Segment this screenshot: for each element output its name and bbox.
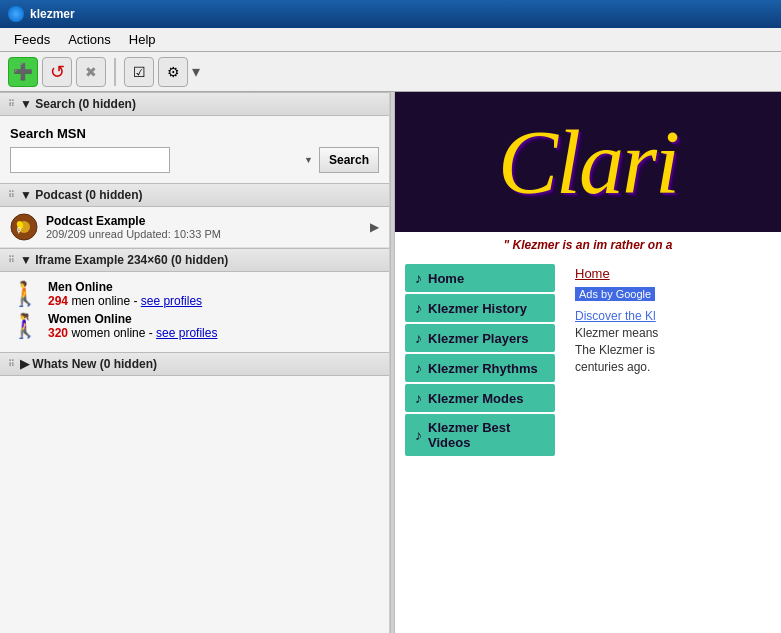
klezmer-quote: " Klezmer is an im rather on a [395,232,781,258]
filter-more-button[interactable]: ▾ [192,62,200,81]
men-profile-info: Men Online 294 men online - see profiles [48,280,202,308]
klezmer-logo: Clari [498,111,678,214]
men-row: 🚶 Men Online 294 men online - see profil… [10,280,379,308]
klezmer-header: Clari [395,92,781,232]
podcast-icon: 🎙 [10,213,38,241]
menu-actions[interactable]: Actions [60,30,119,49]
women-count: 320 [48,326,68,340]
nav-players[interactable]: ♪ Klezmer Players [405,324,555,352]
nav-videos-label: Klezmer Best Videos [428,420,545,450]
podcast-meta: 209/209 unread Updated: 10:33 PM [46,228,370,240]
search-row: Search [10,147,379,173]
iframe-section-label: ▼ Iframe Example 234×60 (0 hidden) [20,253,228,267]
women-profiles-link[interactable]: see profiles [156,326,217,340]
iframe-section-body: 🚶 Men Online 294 men online - see profil… [0,272,389,352]
nav-rhythms[interactable]: ♪ Klezmer Rhythms [405,354,555,382]
remove-icon: ✖ [85,64,97,80]
menu-help[interactable]: Help [121,30,164,49]
search-section-label: ▼ Search (0 hidden) [20,97,136,111]
nav-rhythms-label: Klezmer Rhythms [428,361,538,376]
drag-handle-icon: ⠿ [8,99,16,109]
content-text-3: centuries ago. [575,359,658,376]
nav-home-label: Home [428,271,464,286]
title-bar: klezmer [0,0,781,28]
drag-handle-whatsnew-icon: ⠿ [8,359,16,369]
nav-note-icon-5: ♪ [415,390,422,406]
podcast-info: Podcast Example 209/209 unread Updated: … [46,214,370,240]
refresh-icon: ↺ [50,61,65,83]
podcast-item[interactable]: 🎙 Podcast Example 209/209 unread Updated… [0,207,389,248]
search-msn-label: Search MSN [10,126,379,141]
ads-badge: Ads by Google [575,287,658,305]
women-title: Women Online [48,312,217,326]
men-text: men online - [71,294,140,308]
whatsnew-section-label: ▶ Whats New (0 hidden) [20,357,157,371]
filter-icon: ⚙ [167,64,180,80]
men-count-row: 294 men online - see profiles [48,294,202,308]
drag-handle-iframe-icon: ⠿ [8,255,16,265]
drag-handle-podcast-icon: ⠿ [8,190,16,200]
app-icon [8,6,24,22]
podcast-section-label: ▼ Podcast (0 hidden) [20,188,143,202]
refresh-button[interactable]: ↺ [42,57,72,87]
whatsnew-section-header[interactable]: ⠿ ▶ Whats New (0 hidden) [0,352,389,376]
women-count-row: 320 women online - see profiles [48,326,217,340]
content-text-2: The Klezmer is [575,342,658,359]
woman-figure-icon: 🚶‍♀️ [10,312,40,340]
nav-note-icon-2: ♪ [415,300,422,316]
search-section-body: Search MSN Search [0,116,389,183]
nav-players-label: Klezmer Players [428,331,528,346]
nav-modes[interactable]: ♪ Klezmer Modes [405,384,555,412]
remove-button[interactable]: ✖ [76,57,106,87]
nav-menu: ♪ Home ♪ Klezmer History ♪ Klezmer Playe… [395,258,565,462]
mark-button[interactable]: ☑ [124,57,154,87]
add-icon: ➕ [13,62,33,81]
content-body: ♪ Home ♪ Klezmer History ♪ Klezmer Playe… [395,258,781,462]
discover-link[interactable]: Discover the Kl [575,309,656,323]
toolbar-separator [114,58,116,86]
toolbar: ➕ ↺ ✖ ☑ ⚙ ▾ [0,52,781,92]
menu-bar: Feeds Actions Help [0,28,781,52]
content-text-1: Klezmer means [575,325,658,342]
men-title: Men Online [48,280,202,294]
svg-text:🎙: 🎙 [15,226,23,235]
nav-note-icon-3: ♪ [415,330,422,346]
article-content: Home Ads by Google Discover the Kl Klezm… [565,258,668,462]
nav-home[interactable]: ♪ Home [405,264,555,292]
podcast-title: Podcast Example [46,214,370,228]
search-input-wrapper [10,147,315,173]
quote-text: " Klezmer is an im rather on a [503,238,672,252]
home-breadcrumb-link[interactable]: Home [575,266,658,281]
menu-feeds[interactable]: Feeds [6,30,58,49]
nav-modes-label: Klezmer Modes [428,391,523,406]
women-text: women online - [71,326,156,340]
podcast-expand-icon[interactable]: ▶ [370,220,379,234]
search-section-header[interactable]: ⠿ ▼ Search (0 hidden) [0,92,389,116]
filter-button[interactable]: ⚙ [158,57,188,87]
men-count: 294 [48,294,68,308]
men-profiles-link[interactable]: see profiles [141,294,202,308]
nav-note-icon-4: ♪ [415,360,422,376]
app-title: klezmer [30,7,75,21]
ads-by-google: Ads by Google [575,287,655,301]
nav-history[interactable]: ♪ Klezmer History [405,294,555,322]
iframe-section-header[interactable]: ⠿ ▼ Iframe Example 234×60 (0 hidden) [0,248,389,272]
mark-icon: ☑ [133,64,146,80]
add-button[interactable]: ➕ [8,57,38,87]
search-input[interactable] [10,147,170,173]
nav-videos[interactable]: ♪ Klezmer Best Videos [405,414,555,456]
nav-note-icon-6: ♪ [415,427,422,443]
main-layout: ⠿ ▼ Search (0 hidden) Search MSN Search … [0,92,781,633]
nav-history-label: Klezmer History [428,301,527,316]
man-figure-icon: 🚶 [10,280,40,308]
search-button[interactable]: Search [319,147,379,173]
women-profile-info: Women Online 320 women online - see prof… [48,312,217,340]
content-pane: Clari " Klezmer is an im rather on a ♪ H… [395,92,781,633]
sidebar: ⠿ ▼ Search (0 hidden) Search MSN Search … [0,92,390,633]
nav-note-icon: ♪ [415,270,422,286]
women-row: 🚶‍♀️ Women Online 320 women online - see… [10,312,379,340]
podcast-section-header[interactable]: ⠿ ▼ Podcast (0 hidden) [0,183,389,207]
